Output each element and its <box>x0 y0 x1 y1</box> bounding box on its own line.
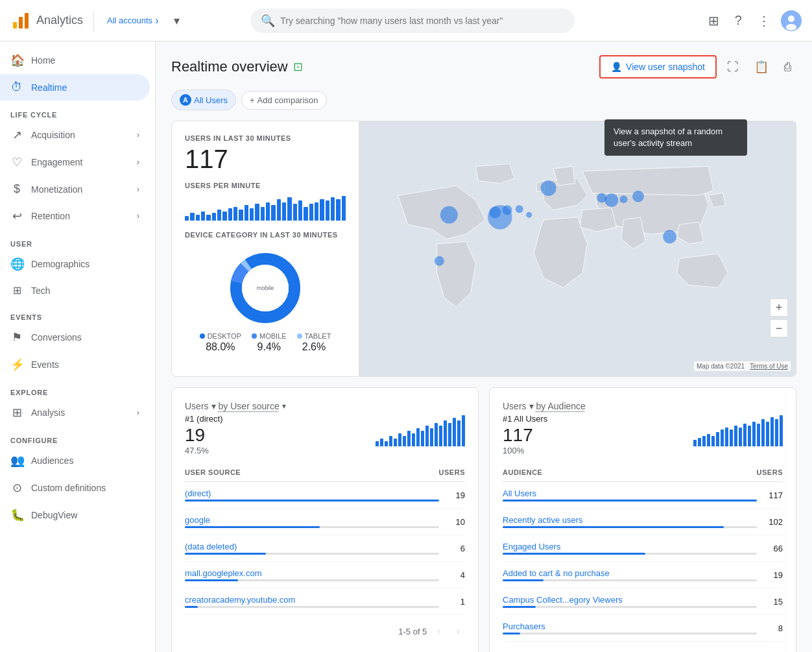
add-comparison-button[interactable]: + Add comparison <box>241 91 327 110</box>
mobile-legend: MOBILE 9.4% <box>252 332 287 353</box>
row-users: 10 <box>439 517 465 527</box>
sidebar-item-events[interactable]: ⚡ Events <box>0 351 150 378</box>
audience-link[interactable]: Added to cart & no purchase <box>503 568 610 578</box>
audience-prev-button[interactable]: ‹ <box>750 649 763 652</box>
audience-link[interactable]: Purchasers <box>503 622 545 631</box>
audience-top-row: #1 All Users 117 100% <box>503 414 783 463</box>
search-bar[interactable]: 🔍 <box>250 8 575 33</box>
save-button[interactable]: 📋 <box>749 54 774 79</box>
map-zoom-controls: + − <box>770 298 788 337</box>
zoom-in-button[interactable]: + <box>770 298 788 317</box>
acquisition-icon: ↗ <box>10 128 23 142</box>
sidebar-item-home[interactable]: 🏠 Home <box>0 47 150 74</box>
user-source-prev-button[interactable]: ‹ <box>432 623 446 640</box>
fullscreen-button[interactable]: ⛶ <box>722 55 744 79</box>
more-options-button[interactable]: ⋮ <box>752 8 776 34</box>
account-nav[interactable]: All accounts › <box>102 15 163 27</box>
row-users: 4 <box>439 570 465 580</box>
monetization-icon: $ <box>10 182 23 196</box>
row-source: (data deleted) <box>185 542 439 555</box>
table-row: (direct) 19 <box>185 482 465 509</box>
custom-definitions-icon: ⊙ <box>10 481 23 495</box>
topbar: Analytics All accounts › ▾ 🔍 ⊞ ? ⋮ <box>0 0 812 42</box>
donut-section: mobile DESKTOP 88.0% <box>185 249 346 353</box>
sidebar: 🏠 Home ⏱ Realtime LIFE CYCLE ↗ Acquisiti… <box>0 42 156 652</box>
audience-table-header: AUDIENCE USERS <box>503 463 783 482</box>
row-source: (direct) <box>185 489 439 501</box>
world-map: Map data ©2021 Terms of Use + − <box>359 121 796 377</box>
app-name: Analytics <box>36 14 83 27</box>
sidebar-item-engagement[interactable]: ♡ Engagement › <box>0 149 150 176</box>
search-input[interactable] <box>280 16 564 26</box>
retention-expand-icon: › <box>137 211 139 221</box>
user-source-table-header: USER SOURCE USERS <box>185 463 465 482</box>
table-row: google 10 <box>185 509 465 535</box>
share-button[interactable]: ⎙ <box>779 55 796 79</box>
source-link[interactable]: google <box>185 515 210 525</box>
svg-rect-1 <box>19 17 23 29</box>
source-link[interactable]: creatoracademy.youtube.com <box>185 595 295 605</box>
sidebar-item-realtime[interactable]: ⏱ Realtime <box>0 74 150 101</box>
desktop-legend: DESKTOP 88.0% <box>200 332 241 353</box>
svg-point-5 <box>786 24 796 30</box>
user-source-top-row: #1 (direct) 19 47.5% <box>185 414 465 463</box>
sidebar-item-monetization[interactable]: $ Monetization › <box>0 176 150 202</box>
sidebar-analysis-label: Analysis <box>31 407 65 418</box>
avatar[interactable] <box>781 10 802 31</box>
sidebar-item-tech[interactable]: ⊞ Tech <box>0 278 150 303</box>
desktop-value: 88.0% <box>206 341 235 353</box>
row-users: 6 <box>439 544 465 553</box>
audience-link[interactable]: Recently active users <box>503 515 583 525</box>
monetization-expand-icon: › <box>137 185 139 194</box>
col1-header: USER SOURCE <box>185 468 241 476</box>
sidebar-item-conversions[interactable]: ⚑ Conversions <box>0 324 150 351</box>
row-audience: All Users <box>503 489 757 501</box>
all-users-chip[interactable]: A All Users <box>171 90 236 110</box>
audience-link[interactable]: Engaged Users <box>503 542 561 551</box>
row-audience: Purchasers <box>503 622 757 634</box>
source-link[interactable]: mall.googleplex.com <box>185 568 262 578</box>
apps-icon-button[interactable]: ⊞ <box>703 8 724 34</box>
sidebar-item-audiences[interactable]: 👥 Audiences <box>0 447 150 474</box>
users-value: 117 <box>185 145 346 174</box>
user-source-next-button[interactable]: › <box>451 623 465 640</box>
search-icon: 🔍 <box>261 14 275 28</box>
users-per-minute-chart <box>185 195 346 221</box>
svg-point-16 <box>541 180 556 196</box>
donut-center-label: mobile <box>257 285 274 292</box>
source-link[interactable]: (data deleted) <box>185 542 237 551</box>
audience-next-button[interactable]: › <box>769 649 783 652</box>
table-row: Purchasers 8 <box>503 615 783 642</box>
acquisition-expand-icon: › <box>137 130 139 139</box>
svg-point-4 <box>788 16 794 22</box>
help-icon-button[interactable]: ? <box>730 8 747 33</box>
sidebar-item-demographics[interactable]: 🌐 Demographics <box>0 250 150 278</box>
add-icon: + <box>250 95 255 105</box>
page-title: Realtime overview ⊡ <box>171 58 303 75</box>
sidebar-item-custom-definitions[interactable]: ⊙ Custom definitions <box>0 474 150 501</box>
device-legend: DESKTOP 88.0% MOBILE 9.4% <box>200 332 331 353</box>
user-source-mini-chart <box>376 414 465 446</box>
audience-link[interactable]: All Users <box>503 489 536 498</box>
explore-section-label: EXPLORE <box>0 378 155 399</box>
sidebar-item-analysis[interactable]: ⊞ Analysis › <box>0 399 150 426</box>
source-link[interactable]: (direct) <box>185 489 211 498</box>
audience-footer: 1-6 of 8 ‹ › <box>503 642 783 652</box>
view-snapshot-button[interactable]: 👤 View user snapshot <box>599 55 717 78</box>
sidebar-item-retention[interactable]: ↩ Retention › <box>0 202 150 230</box>
lifecycle-section-label: LIFE CYCLE <box>0 101 155 121</box>
audience-link[interactable]: Campus Collect...egory Viewers <box>503 595 623 605</box>
sidebar-item-debugview[interactable]: 🐛 DebugView <box>0 501 150 529</box>
row-users: 19 <box>757 570 783 580</box>
audience-value: 117 <box>503 425 547 446</box>
tablet-value: 2.6% <box>302 341 326 353</box>
account-dropdown-button[interactable]: ▾ <box>171 11 182 30</box>
realtime-icon: ⏱ <box>10 80 23 94</box>
table-row: mall.googleplex.com 4 <box>185 562 465 588</box>
filter-chip-icon: A <box>180 94 191 106</box>
zoom-out-button[interactable]: − <box>770 319 788 337</box>
audience-card: Users ▾ by Audience #1 All Users 117 100… <box>489 387 796 652</box>
audience-header: Users ▾ by Audience <box>503 401 783 411</box>
sidebar-item-acquisition[interactable]: ↗ Acquisition › <box>0 121 150 149</box>
row-source: mall.googleplex.com <box>185 568 439 581</box>
